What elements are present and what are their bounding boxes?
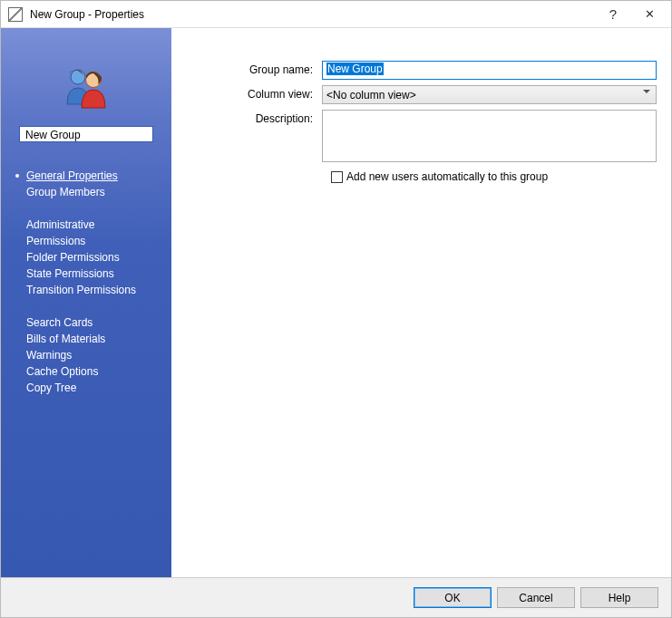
close-button[interactable]: ✕ [631, 2, 667, 27]
help-button[interactable]: ? [595, 2, 631, 27]
row-description: Description: [186, 110, 657, 165]
sidebar-item-cache-options[interactable]: Cache Options [15, 363, 157, 380]
titlebar: New Group - Properties ? ✕ [1, 1, 671, 28]
users-icon [15, 64, 157, 110]
sidebar: New Group General Properties Group Membe… [1, 28, 171, 577]
row-group-name: Group name: New Group [186, 61, 657, 80]
row-auto-add-users: Add new users automatically to this grou… [331, 170, 657, 183]
main-panel: Group name: New Group Column view: <No c… [171, 28, 671, 577]
row-column-view: Column view: <No column view> [186, 85, 657, 104]
cancel-button[interactable]: Cancel [497, 587, 575, 608]
close-icon: ✕ [645, 7, 655, 21]
group-name-label: Group name: [186, 61, 322, 76]
sidebar-section-3: Search Cards Bills of Materials Warnings… [15, 314, 157, 396]
auto-add-users-label: Add new users automatically to this grou… [346, 170, 548, 183]
description-label: Description: [186, 110, 322, 125]
sidebar-item-search-cards[interactable]: Search Cards [15, 314, 157, 331]
description-input[interactable] [322, 110, 657, 162]
group-name-value: New Group [326, 63, 384, 75]
sidebar-item-administrative-permissions[interactable]: Administrative Permissions [15, 217, 157, 249]
app-icon [8, 7, 23, 22]
dialog-body: New Group General Properties Group Membe… [1, 28, 671, 577]
sidebar-item-copy-tree[interactable]: Copy Tree [15, 380, 157, 396]
sidebar-item-folder-permissions[interactable]: Folder Permissions [15, 249, 157, 266]
help-icon: ? [609, 6, 617, 22]
sidebar-item-transition-permissions[interactable]: Transition Permissions [15, 282, 157, 298]
column-view-select[interactable]: <No column view> [322, 85, 657, 104]
sidebar-section-2: Administrative Permissions Folder Permis… [15, 217, 157, 298]
ok-button[interactable]: OK [414, 587, 492, 608]
column-view-label: Column view: [186, 85, 322, 101]
sidebar-item-group-members[interactable]: Group Members [15, 184, 157, 200]
group-name-display: New Group [19, 126, 153, 142]
sidebar-item-state-permissions[interactable]: State Permissions [15, 266, 157, 282]
svg-point-0 [71, 70, 85, 84]
footer: OK Cancel Help [1, 577, 671, 617]
sidebar-section-1: General Properties Group Members [15, 168, 157, 200]
sidebar-item-warnings[interactable]: Warnings [15, 347, 157, 363]
auto-add-users-checkbox[interactable] [331, 171, 343, 183]
window-title: New Group - Properties [30, 8, 595, 21]
chevron-down-icon [643, 90, 650, 93]
help-button-footer[interactable]: Help [580, 587, 658, 608]
group-name-input[interactable]: New Group [322, 61, 657, 80]
sidebar-item-bills-of-materials[interactable]: Bills of Materials [15, 331, 157, 347]
sidebar-item-general-properties[interactable]: General Properties [15, 168, 157, 184]
column-view-value: <No column view> [326, 89, 416, 101]
